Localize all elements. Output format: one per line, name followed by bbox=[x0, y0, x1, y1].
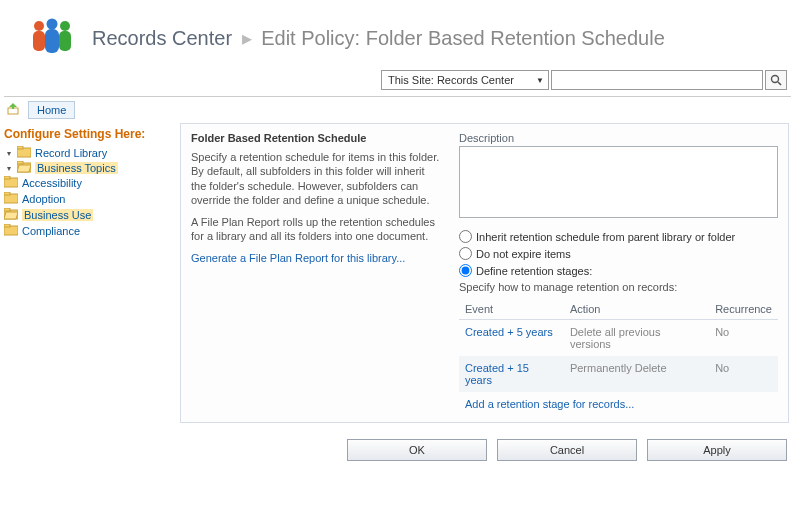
tree-label: Business Use bbox=[22, 209, 93, 221]
svg-rect-21 bbox=[4, 208, 10, 211]
description-label: Description bbox=[459, 132, 778, 144]
cancel-button[interactable]: Cancel bbox=[497, 439, 637, 461]
tree-label: Business Topics bbox=[35, 162, 118, 174]
radio-label: Define retention stages: bbox=[476, 265, 592, 277]
policy-form-pane: Description Inherit retention schedule f… bbox=[459, 132, 778, 412]
retention-stages-table: Event Action Recurrence Created + 5 year… bbox=[459, 299, 778, 392]
nav-up-icon[interactable] bbox=[6, 101, 22, 119]
stage-event-link[interactable]: Created + 15 years bbox=[459, 356, 564, 392]
svg-rect-5 bbox=[59, 31, 71, 51]
breadcrumb-row: Home bbox=[0, 97, 795, 123]
svg-rect-17 bbox=[4, 176, 10, 179]
tree-node-business-topics[interactable]: ▾ Business Topics bbox=[4, 161, 176, 175]
col-action: Action bbox=[564, 299, 709, 320]
stage-action: Delete all previous versions bbox=[564, 320, 709, 357]
folder-icon bbox=[4, 224, 18, 238]
tree-label: Record Library bbox=[35, 147, 107, 159]
radio-stages-input[interactable] bbox=[459, 264, 472, 277]
home-label: Home bbox=[37, 104, 66, 116]
left-nav-title: Configure Settings Here: bbox=[4, 125, 176, 145]
page-title: Edit Policy: Folder Based Retention Sche… bbox=[261, 27, 665, 49]
stage-row: Created + 5 years Delete all previous ve… bbox=[459, 320, 778, 357]
radio-noexpire-input[interactable] bbox=[459, 247, 472, 260]
radio-label: Inherit retention schedule from parent l… bbox=[476, 231, 735, 243]
search-scope-dropdown[interactable]: This Site: Records Center ▼ bbox=[381, 70, 549, 90]
search-scope-label: This Site: Records Center bbox=[388, 74, 514, 86]
tree-label: Accessibility bbox=[22, 177, 82, 189]
svg-rect-19 bbox=[4, 192, 10, 195]
col-recurrence: Recurrence bbox=[709, 299, 778, 320]
chevron-down-icon: ▼ bbox=[536, 76, 544, 85]
tree-node-adoption[interactable]: Adoption bbox=[4, 192, 176, 206]
stage-recurrence: No bbox=[709, 320, 778, 357]
radio-inherit-input[interactable] bbox=[459, 230, 472, 243]
svg-point-4 bbox=[60, 21, 70, 31]
radio-noexpire[interactable]: Do not expire items bbox=[459, 245, 778, 262]
breadcrumb-sep-icon: ▸ bbox=[242, 27, 252, 49]
stage-action: Permanently Delete bbox=[564, 356, 709, 392]
folder-icon bbox=[4, 176, 18, 190]
description-textarea[interactable] bbox=[459, 146, 778, 218]
svg-point-2 bbox=[47, 19, 58, 30]
folder-open-icon bbox=[17, 161, 31, 175]
policy-description-pane: Folder Based Retention Schedule Specify … bbox=[191, 132, 441, 412]
col-event: Event bbox=[459, 299, 564, 320]
svg-line-7 bbox=[778, 82, 781, 85]
dialog-buttons: OK Cancel Apply bbox=[0, 431, 795, 475]
radio-stages[interactable]: Define retention stages: bbox=[459, 262, 778, 279]
policy-paragraph: Specify a retention schedule for items i… bbox=[191, 150, 441, 207]
policy-heading: Folder Based Retention Schedule bbox=[191, 132, 441, 144]
stage-row: Created + 15 years Permanently Delete No bbox=[459, 356, 778, 392]
tree-node-business-use[interactable]: Business Use bbox=[4, 208, 176, 222]
svg-marker-15 bbox=[17, 165, 31, 172]
stage-recurrence: No bbox=[709, 356, 778, 392]
tree-label: Adoption bbox=[22, 193, 65, 205]
apply-button[interactable]: Apply bbox=[647, 439, 787, 461]
svg-rect-14 bbox=[17, 161, 23, 164]
radio-label: Do not expire items bbox=[476, 248, 571, 260]
radio-inherit[interactable]: Inherit retention schedule from parent l… bbox=[459, 228, 778, 245]
stages-hint: Specify how to manage retention on recor… bbox=[459, 281, 778, 293]
tree-node-compliance[interactable]: Compliance bbox=[4, 224, 176, 238]
generate-report-link[interactable]: Generate a File Plan Report for this lib… bbox=[191, 252, 405, 264]
ok-button[interactable]: OK bbox=[347, 439, 487, 461]
left-nav: Configure Settings Here: ▾ Record Librar… bbox=[0, 123, 180, 247]
library-icon bbox=[17, 146, 31, 160]
collapse-icon: ▾ bbox=[4, 149, 13, 158]
tree-label: Compliance bbox=[22, 225, 80, 237]
svg-marker-22 bbox=[4, 212, 18, 219]
svg-rect-12 bbox=[17, 146, 23, 149]
tree-node-accessibility[interactable]: Accessibility bbox=[4, 176, 176, 190]
svg-point-6 bbox=[772, 76, 779, 83]
stage-event-link[interactable]: Created + 5 years bbox=[459, 320, 564, 357]
site-logo-icon bbox=[28, 18, 76, 58]
folder-tree: ▾ Record Library ▾ bbox=[4, 145, 176, 241]
svg-rect-10 bbox=[12, 106, 14, 109]
folder-icon bbox=[4, 192, 18, 206]
policy-paragraph: A File Plan Report rolls up the retentio… bbox=[191, 215, 441, 244]
folder-open-icon bbox=[4, 208, 18, 222]
add-stage-link[interactable]: Add a retention stage for records... bbox=[465, 398, 634, 410]
svg-rect-1 bbox=[33, 31, 45, 51]
home-tab[interactable]: Home bbox=[28, 101, 75, 119]
page-header: Records Center ▸ Edit Policy: Folder Bas… bbox=[0, 0, 795, 70]
svg-rect-3 bbox=[45, 29, 59, 53]
search-bar: This Site: Records Center ▼ bbox=[0, 70, 795, 96]
collapse-icon: ▾ bbox=[4, 164, 13, 173]
site-title: Records Center bbox=[92, 27, 232, 49]
title-bar: Records Center ▸ Edit Policy: Folder Bas… bbox=[92, 26, 665, 50]
search-button[interactable] bbox=[765, 70, 787, 90]
main-panel: Folder Based Retention Schedule Specify … bbox=[180, 123, 789, 423]
search-input[interactable] bbox=[551, 70, 763, 90]
search-icon bbox=[770, 74, 782, 86]
tree-node-record-library[interactable]: ▾ Record Library bbox=[4, 146, 176, 160]
svg-point-0 bbox=[34, 21, 44, 31]
svg-rect-24 bbox=[4, 224, 10, 227]
